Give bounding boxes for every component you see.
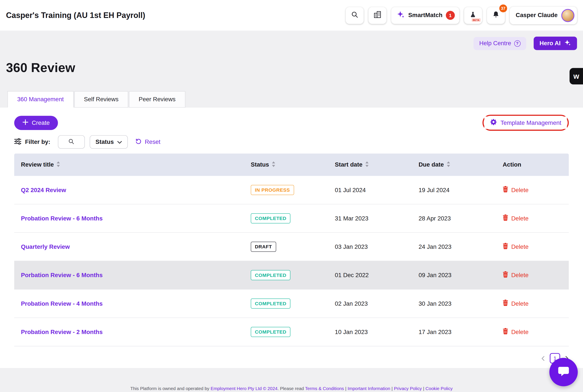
smartmatch-button[interactable]: SmartMatch 1 — [391, 7, 459, 24]
delete-button[interactable]: Delete — [496, 328, 569, 336]
status-badge: DRAFT — [251, 242, 276, 252]
search-icon — [351, 11, 359, 20]
review-title-cell: Quarterly Review — [14, 244, 244, 250]
main-panel: Create Template Management Filter by: — [0, 108, 583, 368]
template-management-button[interactable]: Template Management — [484, 116, 567, 129]
tab-label: Peer Reviews — [139, 96, 176, 103]
user-menu-button[interactable]: Casper Claude — [510, 6, 577, 24]
reset-filters-button[interactable]: Reset — [136, 138, 160, 146]
table-search-input[interactable] — [58, 135, 85, 148]
gear-icon — [490, 118, 497, 127]
chat-bubble-icon — [557, 364, 570, 380]
delete-button[interactable]: Delete — [496, 243, 569, 250]
column-header-review-title[interactable]: Review title — [14, 161, 244, 168]
status-cell: COMPLETED — [244, 298, 328, 309]
status-filter-dropdown[interactable]: Status — [90, 135, 128, 148]
org-title: Casper's Training (AU 1st EH Payroll) — [6, 11, 145, 20]
refresh-icon — [136, 138, 142, 146]
due-date: 30 Jan 2023 — [412, 300, 496, 307]
hero-ai-button[interactable]: Hero AI — [533, 36, 577, 50]
column-label: Status — [251, 162, 269, 168]
column-header-due-date[interactable]: Due date — [412, 161, 496, 168]
start-date: 01 Jul 2024 — [328, 187, 412, 194]
wistia-widget-tab[interactable]: w — [569, 68, 583, 84]
trash-icon — [503, 271, 508, 279]
create-label: Create — [32, 120, 50, 126]
footer-link-important-information[interactable]: Important Information — [348, 386, 390, 391]
chat-widget-button[interactable] — [549, 358, 578, 386]
delete-button[interactable]: Delete — [496, 271, 569, 279]
column-header-status[interactable]: Status — [244, 161, 328, 168]
footer-separator: | — [344, 386, 348, 391]
footer-link-company[interactable]: Employment Hero Pty Ltd — [211, 386, 262, 391]
delete-button[interactable]: Delete — [496, 300, 569, 308]
trash-icon — [503, 328, 508, 336]
tab-bar: 360 Management Self Reviews Peer Reviews — [8, 91, 186, 108]
template-management-highlight: Template Management — [483, 115, 569, 131]
review-title-link[interactable]: Probation Review - 2 Months — [21, 328, 103, 335]
trash-icon — [503, 186, 508, 194]
start-date: 31 Mar 2023 — [328, 215, 412, 222]
tab-peer-reviews[interactable]: Peer Reviews — [129, 91, 185, 108]
help-centre-link[interactable]: Help Centre ? — [474, 37, 526, 50]
beta-labs-button[interactable]: BETA — [464, 7, 482, 24]
delete-button[interactable]: Delete — [496, 214, 569, 222]
column-header-action: Action — [496, 162, 569, 168]
sliders-icon — [14, 138, 22, 146]
review-title-link[interactable]: Probation Review - 6 Months — [21, 215, 103, 221]
table-header-row: Review title Status Start date Due date … — [14, 154, 569, 176]
start-date: 01 Dec 2022 — [328, 272, 412, 278]
topbar-actions: SmartMatch 1 BETA 37 Casper Claude — [346, 6, 577, 24]
review-title-link[interactable]: Quarterly Review — [21, 244, 70, 250]
column-label: Review title — [21, 162, 54, 168]
footer-link-terms[interactable]: Terms & Conditions — [305, 386, 344, 391]
topbar: Casper's Training (AU 1st EH Payroll) Sm… — [0, 0, 583, 31]
question-circle-icon: ? — [514, 40, 520, 46]
notifications-button[interactable]: 37 — [487, 7, 505, 24]
sparkle-icon — [397, 10, 405, 20]
beta-tag: BETA — [471, 18, 480, 22]
status-cell: COMPLETED — [244, 270, 328, 280]
hero-ai-label: Hero AI — [539, 40, 560, 47]
search-icon — [68, 138, 74, 146]
table-row: Probation Review - 4 Months COMPLETED 02… — [14, 290, 569, 318]
tab-label: Self Reviews — [84, 96, 119, 103]
trash-icon — [503, 243, 508, 250]
status-badge: IN PROGRESS — [251, 185, 294, 195]
trash-icon — [503, 214, 508, 222]
review-title-cell: Porbation Review - 6 Months — [14, 272, 244, 278]
review-title-link[interactable]: Porbation Review - 6 Months — [21, 272, 103, 278]
search-button[interactable] — [346, 7, 364, 24]
review-title-cell: Probation Review - 4 Months — [14, 300, 244, 307]
smartmatch-count-badge: 1 — [446, 11, 455, 20]
review-title-link[interactable]: Probation Review - 4 Months — [21, 300, 103, 306]
review-title-link[interactable]: Q2 2024 Review — [21, 187, 66, 193]
header-actions: Help Centre ? Hero AI — [474, 36, 577, 50]
previous-page-button[interactable] — [541, 356, 545, 361]
column-label: Due date — [418, 162, 444, 168]
reset-label: Reset — [145, 139, 160, 146]
chevron-down-icon — [118, 139, 122, 146]
table-row: Probation Review - 2 Months COMPLETED 10… — [14, 318, 569, 346]
plus-icon — [23, 119, 29, 126]
footer-link-privacy-policy[interactable]: Privacy Policy — [394, 386, 422, 391]
footer-link-cookie-policy[interactable]: Cookie Policy — [425, 386, 453, 391]
column-header-start-date[interactable]: Start date — [328, 161, 412, 168]
help-centre-label: Help Centre — [479, 40, 511, 47]
tab-360-management[interactable]: 360 Management — [8, 91, 74, 108]
reviews-table: Review title Status Start date Due date … — [14, 154, 569, 346]
tab-label: 360 Management — [17, 96, 64, 103]
footer-text: This Platform is owned and operated by — [130, 386, 211, 391]
company-switcher-button[interactable] — [369, 7, 386, 24]
status-cell: COMPLETED — [244, 327, 328, 337]
sort-icon — [446, 161, 450, 168]
delete-label: Delete — [511, 300, 528, 307]
tab-self-reviews[interactable]: Self Reviews — [74, 91, 128, 108]
buildings-icon — [373, 10, 382, 20]
notification-count-badge: 37 — [499, 4, 507, 12]
status-badge: COMPLETED — [251, 213, 291, 224]
delete-button[interactable]: Delete — [496, 186, 569, 194]
create-button[interactable]: Create — [14, 116, 58, 130]
status-filter-label: Status — [96, 139, 114, 146]
trash-icon — [503, 300, 508, 308]
